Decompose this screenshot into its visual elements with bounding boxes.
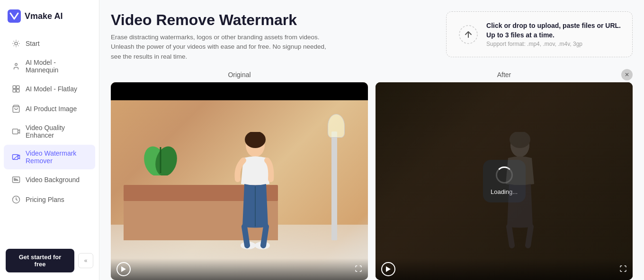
sidebar-item-video-quality-enhancer[interactable]: Video Quality Enhancer: [4, 119, 95, 144]
upload-text: Click or drop to upload, paste files or …: [486, 21, 621, 47]
bag-icon: [11, 104, 21, 114]
svg-point-10: [15, 63, 18, 66]
sidebar-item-video-quality-label: Video Quality Enhancer: [26, 124, 88, 139]
sidebar-item-product-label: AI Product Image: [26, 105, 77, 113]
sidebar-item-ai-model-flatlay[interactable]: AI Model - Flatlay: [4, 79, 95, 98]
sidebar-item-start[interactable]: Start: [4, 34, 95, 53]
video-enhance-icon: [11, 127, 21, 136]
svg-line-6: [14, 41, 14, 42]
original-label: Original: [111, 71, 368, 79]
after-play-button[interactable]: [381, 262, 395, 276]
sidebar-nav: Start AI Model - Mannequin: [0, 30, 99, 241]
original-video-controls: [111, 258, 368, 280]
svg-point-1: [15, 42, 18, 45]
upload-dropzone[interactable]: Click or drop to upload, paste files or …: [446, 11, 633, 57]
layout-icon: [11, 84, 21, 94]
video-panels-container: ✕ Original: [111, 71, 633, 280]
person-figure: [229, 132, 281, 250]
close-icon: ✕: [625, 71, 629, 78]
svg-rect-14: [17, 89, 19, 92]
svg-line-8: [14, 45, 14, 46]
close-button[interactable]: ✕: [621, 69, 633, 80]
collapse-sidebar-button[interactable]: «: [78, 253, 93, 268]
svg-line-7: [18, 45, 18, 46]
page-title-section: Video Remove Watermark Erase distracting…: [111, 11, 338, 61]
vmake-logo-icon: [8, 9, 21, 23]
sidebar-item-watermark-label: Video Watermark Remover: [26, 149, 88, 165]
sun-icon: [11, 39, 21, 48]
video-wm-icon: [11, 152, 21, 162]
sidebar-item-pricing-label: Pricing Plans: [26, 196, 64, 203]
svg-rect-16: [13, 129, 18, 134]
after-label: After: [376, 71, 633, 79]
upload-sub-text: Support format: .mp4, .mov, .m4v, 3gp: [486, 41, 621, 47]
logo: Vmake AI: [0, 0, 99, 30]
original-fullscreen-button[interactable]: [355, 265, 362, 274]
watermark-logo: [142, 138, 179, 175]
sidebar-item-start-label: Start: [26, 40, 40, 47]
original-play-button[interactable]: [116, 262, 131, 276]
upload-icon: [458, 24, 479, 45]
pricing-icon: [11, 195, 21, 204]
video-bg-icon: [11, 175, 21, 184]
person-icon: [11, 61, 21, 71]
logo-text: Vmake AI: [25, 11, 63, 21]
svg-line-9: [18, 41, 18, 42]
sidebar-item-flatlay-label: AI Model - Flatlay: [26, 85, 77, 93]
sidebar-item-video-watermark-remover[interactable]: Video Watermark Remover: [4, 145, 95, 169]
upload-main-text: Click or drop to upload, paste files or …: [486, 21, 621, 40]
page-header: Video Remove Watermark Erase distracting…: [111, 11, 633, 61]
page-title: Video Remove Watermark: [111, 11, 338, 29]
sidebar-item-ai-product-image[interactable]: AI Product Image: [4, 99, 95, 118]
svg-rect-17: [13, 155, 18, 160]
sidebar-item-video-bg-label: Video Background: [26, 176, 80, 184]
svg-rect-11: [13, 86, 16, 88]
main-content: Video Remove Watermark Erase distracting…: [99, 0, 644, 280]
sidebar-item-video-background[interactable]: Video Background: [4, 170, 95, 189]
sidebar-item-mannequin-label: AI Model - Mannequin: [26, 59, 88, 74]
page-description: Erase distracting watermarks, logos or o…: [111, 33, 338, 61]
after-fullscreen-button[interactable]: [619, 265, 627, 274]
svg-rect-12: [17, 86, 19, 88]
after-video-controls: [376, 258, 633, 280]
get-started-button[interactable]: Get started for free: [6, 249, 74, 272]
after-video-wrapper: Loading...: [376, 82, 633, 280]
chevron-left-icon: «: [84, 257, 88, 264]
after-video-panel: After Load: [376, 71, 633, 280]
sidebar-item-pricing-plans[interactable]: Pricing Plans: [4, 190, 95, 209]
original-video-wrapper: [111, 82, 368, 280]
original-video-panel: Original: [111, 71, 368, 280]
sidebar: Vmake AI Start: [0, 0, 99, 280]
svg-rect-0: [8, 9, 21, 23]
sidebar-bottom: Get started for free «: [0, 241, 99, 280]
sidebar-item-ai-model-mannequin[interactable]: AI Model - Mannequin: [4, 54, 95, 79]
svg-rect-13: [13, 89, 16, 92]
